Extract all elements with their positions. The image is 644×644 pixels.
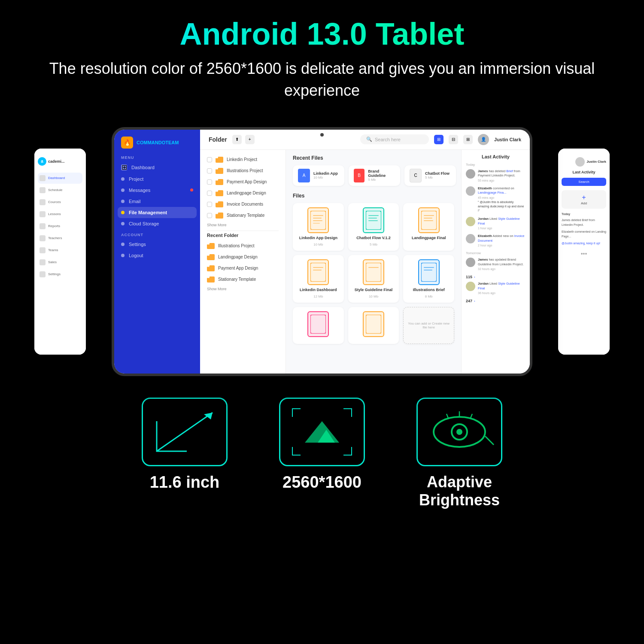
sidebar-account-label: ACCOUNT: [114, 229, 200, 239]
cloudstorage-icon: [121, 222, 125, 225]
activity-time-elizabeth1: 45 mins ago: [478, 196, 526, 199]
file-name: Landingpage Final: [412, 236, 446, 240]
sp-nav-teachers[interactable]: Teachers: [38, 233, 82, 244]
svg-rect-22: [366, 315, 381, 334]
activity-item-elizabeth2: Elizabeth Added new on Invoice Document …: [466, 234, 526, 247]
folder-item-landingpage[interactable]: Landingpage Design: [200, 188, 286, 199]
sp-nav-lessons[interactable]: Lessons: [38, 209, 82, 220]
activity-item-jordan2: Jordan Liked Style Guideline Final 36 ho…: [466, 282, 526, 295]
sidebar-item-cloudstorage[interactable]: Cloud Storage: [114, 218, 200, 229]
file-size: 10 Mb: [369, 295, 378, 298]
folder-checkbox[interactable]: [207, 191, 212, 196]
sp-nav-schedule[interactable]: Schedule: [38, 185, 82, 196]
folder-checkbox[interactable]: [207, 213, 212, 218]
folder-checkbox[interactable]: [207, 179, 212, 185]
feature-brightness: Adaptive Brightness: [416, 398, 502, 509]
folder-icon: [207, 265, 215, 271]
show-more-recent-btn[interactable]: Show More: [200, 285, 286, 293]
folder-item-linkedin[interactable]: Linkedin Project: [200, 154, 286, 165]
show-more-btn[interactable]: Show More: [200, 221, 286, 229]
sp-right-activity-title: Last Activity: [562, 170, 606, 174]
sidebar-item-project[interactable]: Project: [114, 173, 200, 185]
activity-text-jordan2: Jordan Liked Style Guideline Final: [478, 282, 526, 291]
file-card-linkedin-dashboard[interactable]: Linkedin Dashboard 12 Mb: [293, 255, 344, 303]
sidebar-item-email[interactable]: Email: [114, 196, 200, 207]
file-card-linkedin-design[interactable]: Linkedin App Design 10 Mb: [293, 203, 344, 251]
filemanagement-icon: [121, 211, 125, 214]
sp-right-search-btn[interactable]: Search: [562, 178, 606, 186]
activity-time-james: 55 mins ago: [478, 179, 526, 182]
activity-avatar-james: [466, 169, 475, 179]
recent-folder-illustrations[interactable]: Illustrations Project: [200, 240, 286, 252]
activity-item-jordan1: Jordan Liked Style Guideline Final 1 hou…: [466, 217, 526, 230]
recent-folder-payment[interactable]: Payment App Design: [200, 263, 286, 274]
folder-checkbox[interactable]: [207, 168, 212, 173]
add-icon[interactable]: +: [245, 135, 255, 144]
recent-file-name: Brand Guideline: [368, 169, 395, 178]
recent-folder-landingpage[interactable]: Landingpage Design: [200, 252, 286, 263]
search-box[interactable]: 🔍 Search here: [360, 134, 429, 144]
recent-file-brand[interactable]: B Brand Guideline 5 Mb: [349, 165, 400, 186]
main-content: Folder ⬆ + 🔍 Search here ⊞ ⊟ ⊞ 👤 Justin …: [200, 130, 530, 374]
messages-icon: [121, 188, 125, 192]
sp-right-add-btn[interactable]: + Add: [562, 190, 606, 209]
search-placeholder: Search here: [375, 137, 401, 142]
recent-file-name: Linkedin App: [313, 171, 338, 176]
folder-icon: [216, 213, 223, 219]
file-card-illustrations-brief[interactable]: Illustrations Brief 8 Mb: [403, 255, 454, 303]
folder-item-stationary[interactable]: Stationary Template: [200, 210, 286, 221]
sidebar-item-settings[interactable]: Settings: [114, 239, 200, 250]
upload-icon[interactable]: ⬆: [232, 135, 242, 144]
activity-time-elizabeth2: 2 hour ago: [478, 244, 526, 247]
file-name: Style Guideline Final: [355, 288, 393, 292]
sp-nav-sales[interactable]: Sales: [38, 257, 82, 268]
folder-checkbox[interactable]: [207, 202, 212, 207]
filter-icon[interactable]: ⊞: [434, 135, 444, 144]
side-panel-right: Justin Clark Last Activity Search + Add …: [558, 149, 610, 355]
folder-item-illustrations[interactable]: Illustrations Project: [200, 165, 286, 176]
file-main-area: Recent Files A Linkedin App 10 Mb B: [286, 150, 461, 374]
file-card-landingpage[interactable]: Landingpage Final: [403, 203, 454, 251]
recent-folder-stationary[interactable]: Stationary Template: [200, 274, 286, 285]
sidebar-item-dashboard[interactable]: ⊞ Dashboard: [114, 161, 200, 173]
file-card-style-guideline[interactable]: Style Guideline Final 10 Mb: [348, 255, 399, 303]
folder-icon: [216, 179, 223, 185]
sidebar-item-filemanagement[interactable]: File Management: [118, 207, 197, 218]
folder-item-payment[interactable]: Payment App Design: [200, 176, 286, 188]
logout-icon: [121, 254, 125, 257]
tablet-device: 🔥 COMMANDOTEAM MENU ⊞ Dashboard Project: [112, 127, 532, 376]
activity-time-james2: 32 hours ago: [478, 267, 526, 270]
folder-name: Landingpage Design: [218, 255, 258, 259]
folder-checkbox[interactable]: [207, 157, 212, 162]
file-card-chatbot-flow[interactable]: Chatbot Flow V.1.2 5 Mb: [348, 203, 399, 251]
file-card-orange-extra[interactable]: [348, 307, 399, 344]
sp-logo-text: cademi...: [48, 159, 65, 164]
sidebar-item-label: Project: [129, 176, 143, 182]
sidebar-item-label: Settings: [129, 242, 146, 247]
file-card-pink[interactable]: [293, 307, 344, 344]
sidebar-item-logout[interactable]: Logout: [114, 250, 200, 261]
folder-icon: [207, 276, 215, 283]
recent-file-chatbot[interactable]: C Chatbot Flow 5 Mb: [404, 165, 456, 186]
list-icon[interactable]: ⊞: [463, 135, 473, 144]
folder-name: Stationary Template: [218, 277, 256, 282]
page-title: Android 13.0 Tablet: [34, 17, 610, 51]
sp-nav-reports[interactable]: Reports: [38, 221, 82, 232]
folder-item-invoice[interactable]: Invoice Documents: [200, 199, 286, 210]
sp-nav-settings[interactable]: Settings: [38, 269, 82, 280]
tablet-sidebar: 🔥 COMMANDOTEAM MENU ⊞ Dashboard Project: [114, 130, 200, 374]
sp-nav-courses[interactable]: Cources: [38, 197, 82, 208]
tablet-camera: [320, 133, 324, 137]
file-size: 8 Mb: [425, 295, 433, 298]
recent-file-icon-brand: B: [354, 169, 365, 182]
sp-nav-dashboard[interactable]: Dashboard: [38, 173, 82, 184]
sp-nav-teams[interactable]: Teams: [38, 245, 82, 256]
folder-name: Payment App Design: [227, 179, 267, 184]
sidebar-item-messages[interactable]: Messages: [114, 185, 200, 196]
grid-icon[interactable]: ⊟: [449, 135, 458, 144]
files-title: Files: [293, 193, 454, 199]
recent-file-linkedin[interactable]: A Linkedin App 10 Mb: [293, 165, 344, 186]
file-card-empty: You can add or Create new file here: [403, 307, 454, 344]
activity-text-elizabeth1: Elizabeth commented on Landingpage Fina.…: [478, 186, 526, 195]
recent-file-size: 5 Mb: [368, 178, 395, 182]
